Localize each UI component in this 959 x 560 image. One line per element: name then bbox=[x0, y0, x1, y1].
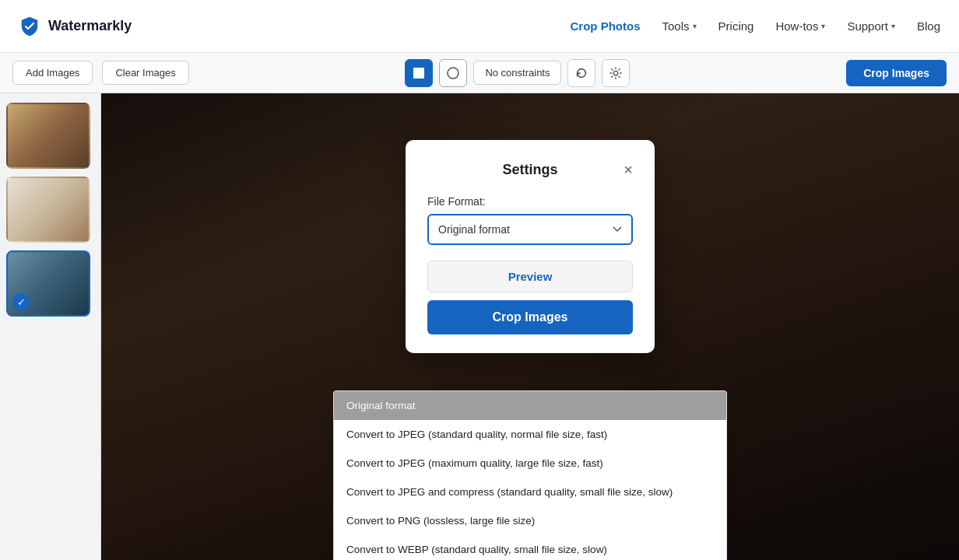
svg-rect-0 bbox=[413, 68, 424, 79]
thumbnail-1[interactable] bbox=[6, 103, 90, 169]
sidebar: ✓ bbox=[0, 93, 101, 560]
logo[interactable]: Watermarkly bbox=[19, 16, 132, 37]
settings-button[interactable] bbox=[602, 59, 630, 87]
file-format-label: File Format: bbox=[427, 195, 633, 208]
rotate-left-icon bbox=[574, 66, 588, 80]
file-format-select[interactable]: Original format Convert to JPEG (standar… bbox=[427, 214, 633, 245]
content-area: Settings × File Format: Original format … bbox=[101, 93, 959, 560]
add-images-button[interactable]: Add Images bbox=[12, 61, 93, 85]
modal-overlay: Settings × File Format: Original format … bbox=[101, 93, 959, 560]
dropdown-item-jpeg-max[interactable]: Convert to JPEG (maximum quality, large … bbox=[334, 449, 726, 478]
nav-how-tos[interactable]: How-tos ▾ bbox=[775, 19, 825, 33]
format-dropdown-list[interactable]: Original format Convert to JPEG (standar… bbox=[333, 390, 727, 560]
shield-icon bbox=[19, 16, 40, 37]
rotate-left-button[interactable] bbox=[567, 59, 595, 87]
nav-crop-photos[interactable]: Crop Photos bbox=[571, 19, 641, 33]
dropdown-item-webp[interactable]: Convert to WEBP (standard quality, small… bbox=[334, 535, 726, 560]
dropdown-item-original[interactable]: Original format bbox=[334, 391, 726, 420]
nav-blog[interactable]: Blog bbox=[917, 19, 940, 33]
nav-support[interactable]: Support ▾ bbox=[847, 19, 895, 33]
navbar: Watermarkly Crop Photos Tools ▾ Pricing … bbox=[0, 0, 959, 53]
thumbnail-3[interactable]: ✓ bbox=[6, 250, 90, 317]
preview-button[interactable]: Preview bbox=[427, 261, 633, 292]
modal-wrapper: Settings × File Format: Original format … bbox=[406, 140, 655, 353]
settings-icon bbox=[609, 66, 623, 80]
toolbar-center: No constraints bbox=[198, 59, 838, 87]
svg-point-2 bbox=[614, 71, 618, 75]
square-icon bbox=[412, 66, 426, 80]
no-constraints-button[interactable]: No constraints bbox=[473, 61, 561, 85]
nav-pricing[interactable]: Pricing bbox=[718, 19, 754, 33]
selected-check-icon: ✓ bbox=[12, 293, 30, 310]
nav-links: Crop Photos Tools ▾ Pricing How-tos ▾ Su… bbox=[571, 19, 940, 33]
dropdown-item-png[interactable]: Convert to PNG (lossless, large file siz… bbox=[334, 506, 726, 535]
logo-text: Watermarkly bbox=[48, 18, 132, 34]
nav-tools[interactable]: Tools ▾ bbox=[662, 19, 697, 33]
circle-icon bbox=[446, 66, 460, 80]
thumbnail-2[interactable] bbox=[6, 177, 90, 243]
modal-title: Settings bbox=[502, 162, 557, 178]
modal-close-button[interactable]: × bbox=[624, 162, 633, 177]
crop-images-button[interactable]: Crop Images bbox=[846, 60, 947, 86]
dropdown-item-jpeg-compress[interactable]: Convert to JPEG and compress (standard q… bbox=[334, 478, 726, 506]
settings-modal: Settings × File Format: Original format … bbox=[406, 140, 655, 353]
dropdown-item-jpeg-standard[interactable]: Convert to JPEG (standard quality, norma… bbox=[334, 420, 726, 449]
main-area: ✓ Settings × File Format: Original forma… bbox=[0, 93, 959, 560]
crop-images-modal-button[interactable]: Crop Images bbox=[427, 300, 633, 334]
svg-point-1 bbox=[448, 68, 458, 79]
chevron-down-icon: ▾ bbox=[821, 22, 825, 30]
clear-images-button[interactable]: Clear Images bbox=[102, 61, 188, 85]
circle-shape-button[interactable] bbox=[439, 59, 467, 87]
toolbar: Add Images Clear Images No constraints bbox=[0, 53, 959, 93]
chevron-down-icon: ▾ bbox=[693, 22, 697, 30]
rectangle-shape-button[interactable] bbox=[405, 59, 433, 87]
chevron-down-icon: ▾ bbox=[891, 22, 895, 30]
modal-header: Settings × bbox=[427, 162, 633, 178]
